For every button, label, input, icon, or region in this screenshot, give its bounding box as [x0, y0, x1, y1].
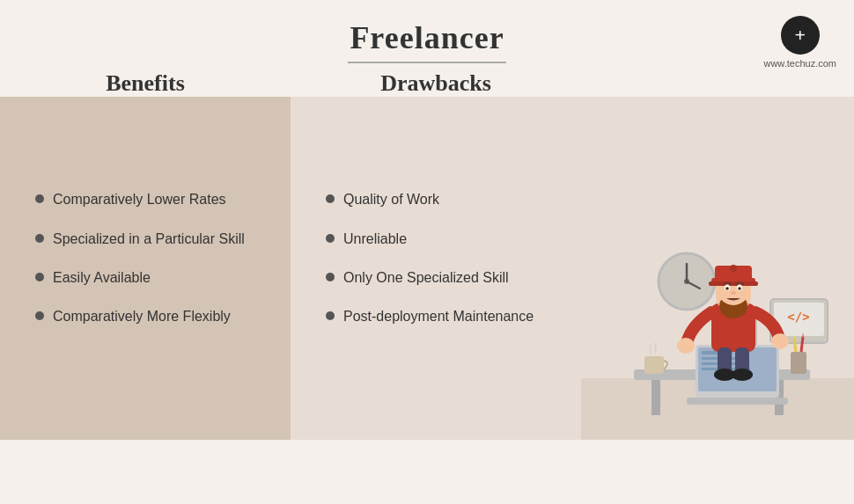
- list-item: Specialized in a Particular Skill: [35, 230, 264, 249]
- left-panel: Benefits Drawbacks Comparatively Lower R…: [0, 70, 581, 440]
- list-item: Quality of Work: [326, 190, 563, 209]
- benefit-item-2: Specialized in a Particular Skill: [53, 230, 264, 249]
- logo-icon: +: [794, 26, 806, 45]
- page-title: Freelancer: [0, 19, 854, 56]
- svg-line-27: [794, 339, 796, 352]
- drawback-item-1: Quality of Work: [343, 190, 563, 209]
- svg-point-42: [738, 287, 741, 290]
- bullet-icon: [326, 273, 335, 281]
- svg-rect-37: [709, 281, 758, 286]
- benefits-column: Comparatively Lower Rates Specialized in…: [0, 97, 291, 440]
- svg-rect-3: [652, 380, 660, 415]
- title-underline: [348, 62, 506, 63]
- svg-point-43: [731, 291, 736, 295]
- benefits-heading: Benefits: [0, 70, 291, 97]
- column-headers-row: Benefits Drawbacks: [0, 70, 581, 97]
- logo-url: www.techuz.com: [763, 58, 836, 69]
- bullet-icon: [35, 273, 44, 281]
- svg-rect-25: [644, 356, 664, 374]
- list-item: Unreliable: [326, 230, 563, 249]
- freelancer-illustration: </>: [581, 97, 854, 440]
- svg-point-41: [725, 287, 729, 290]
- drawback-item-2: Unreliable: [343, 230, 563, 249]
- svg-line-29: [801, 337, 803, 352]
- svg-point-45: [771, 333, 789, 349]
- drawbacks-heading: Drawbacks: [291, 70, 581, 97]
- svg-rect-24: [687, 398, 788, 405]
- logo-area: + www.techuz.com: [763, 16, 836, 69]
- layout-wrapper: Benefits Drawbacks Comparatively Lower R…: [0, 70, 854, 440]
- bullet-icon: [35, 234, 44, 243]
- bullet-icon: [326, 234, 335, 243]
- list-item: Comparatively Lower Rates: [35, 190, 264, 209]
- svg-point-49: [732, 369, 753, 381]
- svg-text:</>: </>: [787, 310, 809, 324]
- page-header: Freelancer: [0, 0, 854, 70]
- bullet-icon: [326, 194, 335, 203]
- page: + www.techuz.com Freelancer Benefits Dra…: [0, 0, 854, 504]
- svg-point-38: [730, 265, 737, 272]
- benefit-item-3: Easily Available: [53, 268, 264, 288]
- bullet-icon: [35, 311, 44, 320]
- logo-circle: +: [781, 16, 820, 55]
- benefit-item-4: Comparatively More Flexibly: [53, 307, 264, 326]
- drawbacks-column: Quality of Work Unreliable Only One Spec…: [291, 97, 581, 440]
- benefit-item-1: Comparatively Lower Rates: [53, 190, 264, 209]
- main-content: Comparatively Lower Rates Specialized in…: [0, 97, 854, 440]
- list-item: Comparatively More Flexibly: [35, 307, 264, 326]
- bullet-icon: [35, 194, 44, 203]
- list-item: Post-deployment Maintenance: [326, 307, 563, 326]
- svg-rect-26: [791, 352, 806, 374]
- list-item: Easily Available: [35, 268, 264, 288]
- illustration-column: </>: [581, 97, 854, 440]
- drawback-item-4: Post-deployment Maintenance: [343, 307, 563, 326]
- drawback-item-3: Only One Specialized Skill: [343, 268, 563, 288]
- list-item: Only One Specialized Skill: [326, 268, 563, 288]
- bullet-icon: [326, 311, 335, 320]
- svg-point-44: [677, 338, 695, 354]
